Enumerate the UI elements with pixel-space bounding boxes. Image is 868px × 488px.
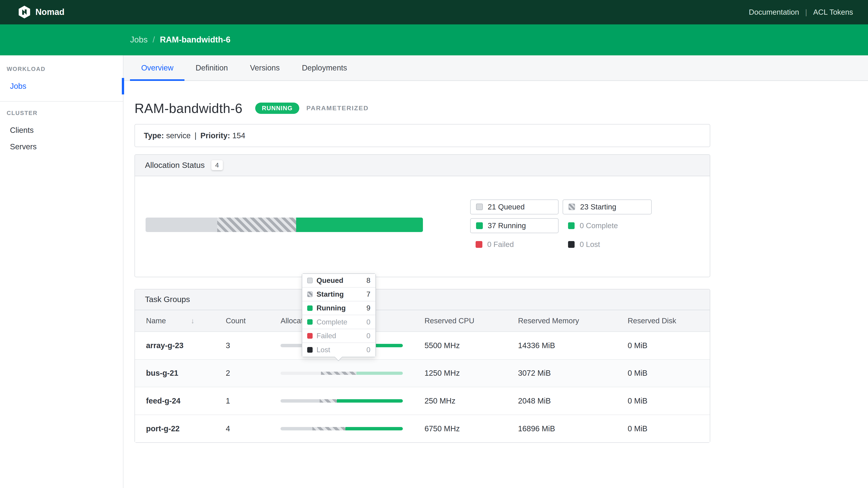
breadcrumb-current: RAM-bandwidth-6	[160, 35, 230, 44]
task-group-memory: 3072 MiB	[518, 359, 628, 387]
legend-running[interactable]: 37 Running	[470, 218, 559, 233]
task-group-cpu: 250 MHz	[425, 387, 518, 415]
lost-swatch-icon	[307, 347, 313, 352]
job-meta: Type:service|Priority:154	[134, 124, 710, 147]
legend-starting[interactable]: 23 Starting	[563, 199, 652, 215]
sidebar: WORKLOAD Jobs CLUSTER Clients Servers	[0, 55, 123, 488]
task-group-count: 4	[226, 415, 281, 442]
page-title: RAM-bandwidth-6	[134, 101, 243, 116]
tab-deployments[interactable]: Deployments	[291, 55, 358, 80]
type-label: Type:	[144, 131, 164, 140]
tab-versions[interactable]: Versions	[239, 55, 291, 80]
task-group-alloc-cell	[281, 415, 425, 442]
allocation-status-header: Allocation Status 4	[135, 155, 710, 176]
column-header-reserved-cpu[interactable]: Reserved CPU	[425, 310, 518, 332]
priority-value: 154	[232, 131, 245, 140]
allocation-status-count-badge: 4	[211, 160, 223, 170]
task-group-count: 3	[226, 332, 281, 359]
task-group-cpu: 6750 MHz	[425, 415, 518, 442]
column-header-reserved-disk[interactable]: Reserved Disk	[628, 310, 710, 332]
starting-swatch-icon	[568, 203, 575, 210]
nomad-job-page: { "colors": { "topnav_bg": "#0c3b2a", "b…	[0, 0, 868, 488]
task-group-disk: 0 MiB	[628, 415, 710, 442]
task-group-alloc-cell	[281, 387, 425, 415]
legend-starting-label: 23 Starting	[580, 203, 616, 211]
task-group-row-bus-g-21[interactable]: bus-g-21 2 1250 MHz 3072 MiB 0 MiB	[135, 359, 710, 387]
task-group-name[interactable]: array-g-23	[135, 332, 226, 359]
tab-definition[interactable]: Definition	[184, 55, 239, 80]
table-header-row: Name↓ Count Allocation Status Reserved C…	[135, 310, 710, 332]
nomad-logo-icon	[18, 5, 31, 19]
allocation-status-title: Allocation Status	[145, 161, 205, 170]
allocation-tooltip: Queued 8 Starting 7 Running 9 Complete 0…	[302, 273, 376, 357]
top-nav-links: Documentation | ACL Tokens	[749, 8, 853, 17]
column-header-name[interactable]: Name↓	[135, 310, 226, 332]
legend-running-label: 37 Running	[488, 221, 526, 230]
documentation-link[interactable]: Documentation	[749, 8, 799, 17]
tooltip-row-starting: Starting 7	[302, 288, 375, 301]
breadcrumb-separator: /	[153, 35, 155, 44]
priority-label: Priority:	[200, 131, 230, 140]
tooltip-row-queued: Queued 8	[302, 274, 375, 288]
task-group-cpu: 5500 MHz	[425, 332, 518, 359]
task-groups-header: Task Groups	[135, 289, 710, 310]
brand-label: Nomad	[35, 7, 65, 17]
task-group-row-array-g-23[interactable]: array-g-23 3 5500 MHz 14336 MiB 0 MiB	[135, 332, 710, 359]
lost-swatch-icon	[568, 241, 575, 248]
allocation-minibar[interactable]	[281, 399, 403, 402]
type-value: service	[166, 131, 191, 140]
queued-swatch-icon	[307, 278, 313, 283]
sidebar-heading-cluster: CLUSTER	[0, 110, 123, 116]
task-group-disk: 0 MiB	[628, 332, 710, 359]
tab-bar: Overview Definition Versions Deployments	[123, 55, 868, 81]
legend-lost-label: 0 Lost	[580, 240, 600, 249]
nomad-brand[interactable]: Nomad	[18, 5, 64, 19]
tooltip-row-complete: Complete 0	[302, 315, 375, 329]
tooltip-row-running: Running 9	[302, 301, 375, 315]
sidebar-item-jobs[interactable]: Jobs	[0, 78, 123, 94]
allocation-status-panel: Allocation Status 4 21 Queued 23 Startin…	[134, 154, 710, 277]
running-swatch-icon	[476, 222, 483, 229]
allocation-status-chart	[146, 218, 423, 232]
queued-swatch-icon	[476, 203, 483, 210]
tooltip-row-lost: Lost 0	[302, 343, 375, 357]
acl-tokens-link[interactable]: ACL Tokens	[813, 8, 853, 17]
task-group-row-port-g-22[interactable]: port-g-22 4 6750 MHz 16896 MiB 0 MiB	[135, 415, 710, 442]
sidebar-item-clients[interactable]: Clients	[0, 122, 123, 138]
nav-separator: |	[805, 8, 807, 17]
legend-complete-label: 0 Complete	[580, 221, 618, 230]
task-group-alloc-cell	[281, 359, 425, 387]
task-group-count: 2	[226, 359, 281, 387]
legend-queued-label: 21 Queued	[488, 203, 525, 211]
allocation-minibar[interactable]	[281, 427, 403, 430]
breadcrumb-jobs[interactable]: Jobs	[130, 35, 148, 44]
failed-swatch-icon	[475, 241, 482, 248]
sort-desc-icon: ↓	[191, 317, 194, 325]
column-header-count[interactable]: Count	[226, 310, 281, 332]
content: RAM-bandwidth-6 RUNNING PARAMETERIZED Ty…	[123, 101, 868, 476]
allocation-status-body: 21 Queued 23 Starting 37 Running 0	[135, 176, 710, 277]
task-group-memory: 16896 MiB	[518, 415, 628, 442]
task-groups-table: Name↓ Count Allocation Status Reserved C…	[135, 310, 710, 442]
allocation-minibar[interactable]	[281, 372, 403, 375]
task-group-row-feed-g-24[interactable]: feed-g-24 1 250 MHz 2048 MiB 0 MiB	[135, 387, 710, 415]
legend-failed-label: 0 Failed	[487, 240, 514, 249]
starting-swatch-icon	[307, 291, 313, 297]
task-groups-panel: Task Groups Name↓ Count Allocation Statu…	[134, 289, 710, 443]
task-groups-title: Task Groups	[145, 295, 190, 304]
task-group-disk: 0 MiB	[628, 359, 710, 387]
legend-queued[interactable]: 21 Queued	[470, 199, 559, 215]
column-header-reserved-memory[interactable]: Reserved Memory	[518, 310, 628, 332]
sidebar-heading-workload: WORKLOAD	[0, 66, 123, 72]
sidebar-divider	[0, 101, 123, 102]
tab-overview[interactable]: Overview	[130, 55, 184, 80]
legend-failed: 0 Failed	[470, 237, 559, 252]
complete-swatch-icon	[307, 319, 313, 325]
sidebar-item-servers[interactable]: Servers	[0, 138, 123, 155]
task-group-name[interactable]: feed-g-24	[135, 387, 226, 415]
failed-swatch-icon	[307, 333, 313, 338]
task-group-memory: 14336 MiB	[518, 332, 628, 359]
task-group-name[interactable]: bus-g-21	[135, 359, 226, 387]
task-group-disk: 0 MiB	[628, 387, 710, 415]
task-group-name[interactable]: port-g-22	[135, 415, 226, 442]
